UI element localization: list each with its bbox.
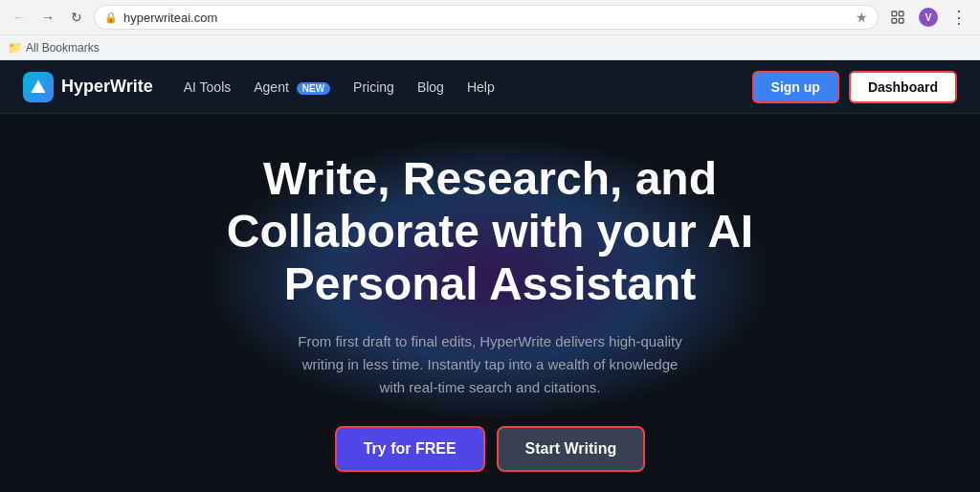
new-badge: NEW	[297, 82, 330, 95]
svg-rect-2	[892, 18, 897, 23]
page-content: HyperWrite AI Tools Agent NEW Pricing Bl…	[0, 60, 980, 492]
lock-icon: 🔒	[104, 11, 118, 24]
profile-initial: V	[925, 12, 932, 23]
nav-links: AI Tools Agent NEW Pricing Blog Help	[184, 79, 752, 95]
main-nav: HyperWrite AI Tools Agent NEW Pricing Bl…	[0, 60, 980, 114]
nav-link-pricing[interactable]: Pricing	[353, 79, 394, 95]
more-button[interactable]: ⋮	[946, 4, 972, 31]
logo-icon	[23, 72, 54, 102]
address-bar: 🔒 ★	[94, 5, 879, 30]
start-writing-button[interactable]: Start Writing	[497, 426, 646, 472]
forward-button[interactable]: →	[36, 6, 59, 29]
bookmarks-label: All Bookmarks	[26, 41, 100, 55]
profile-icon-btn[interactable]: V	[915, 4, 942, 31]
url-input[interactable]	[123, 11, 850, 25]
nav-link-agent[interactable]: Agent NEW	[254, 79, 330, 95]
logo-text: HyperWrite	[61, 77, 153, 97]
try-free-button[interactable]: Try for FREE	[335, 426, 485, 472]
reload-button[interactable]: ↻	[65, 6, 88, 29]
nav-link-ai-tools[interactable]: AI Tools	[184, 79, 232, 95]
browser-actions: V ⋮	[884, 4, 972, 31]
svg-rect-0	[892, 11, 897, 16]
hero-buttons: Try for FREE Start Writing	[335, 426, 646, 472]
svg-rect-3	[899, 18, 903, 23]
back-button[interactable]: ←	[8, 6, 31, 29]
browser-toolbar: ← → ↻ 🔒 ★ V ⋮	[0, 0, 980, 34]
svg-rect-1	[899, 11, 903, 16]
extensions-button[interactable]	[884, 4, 911, 31]
folder-icon: 📁	[8, 41, 22, 55]
nav-link-help[interactable]: Help	[467, 79, 495, 95]
nav-actions: Sign up Dashboard	[752, 71, 957, 103]
nav-logo[interactable]: HyperWrite	[23, 72, 153, 102]
star-icon[interactable]: ★	[856, 10, 868, 25]
dashboard-button[interactable]: Dashboard	[849, 71, 957, 103]
svg-marker-4	[32, 79, 46, 93]
hero-title: Write, Research, and Collaborate with yo…	[184, 152, 796, 311]
hero-subtitle: From first draft to final edits, HyperWr…	[289, 330, 691, 399]
hero-section: Write, Research, and Collaborate with yo…	[0, 114, 980, 492]
nav-link-blog[interactable]: Blog	[417, 79, 444, 95]
signup-button[interactable]: Sign up	[752, 71, 839, 103]
bookmarks-bar: 📁 All Bookmarks	[0, 34, 980, 59]
browser-chrome: ← → ↻ 🔒 ★ V ⋮ 📁 All Bookmarks	[0, 0, 980, 60]
